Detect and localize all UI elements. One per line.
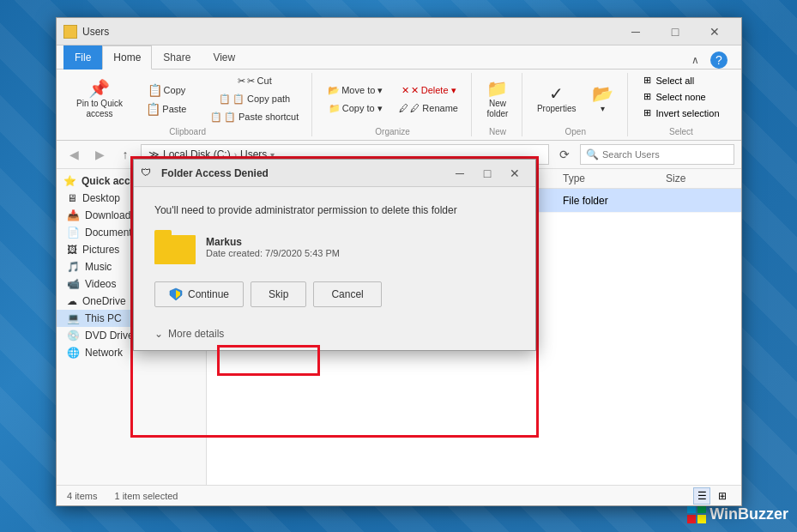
folder-tab (154, 230, 172, 239)
skip-button[interactable]: Skip (251, 281, 306, 307)
cancel-button[interactable]: Cancel (313, 281, 381, 307)
dialog-overlay: 🛡 Folder Access Denied ─ □ ✕ You'll need… (0, 0, 797, 532)
folder-access-denied-dialog: 🛡 Folder Access Denied ─ □ ✕ You'll need… (133, 159, 536, 351)
dialog-folder-date: Date created: 7/9/2020 5:43 PM (206, 248, 340, 258)
dialog-title-bar: 🛡 Folder Access Denied ─ □ ✕ (134, 160, 535, 187)
folder-body (154, 235, 196, 264)
uac-shield-icon (169, 287, 183, 301)
dialog-content: You'll need to provide administrator per… (134, 187, 535, 321)
dialog-buttons: Continue Skip Cancel (154, 281, 515, 307)
chevron-down-icon: ⌄ (154, 328, 163, 340)
dialog-file-details: Markus Date created: 7/9/2020 5:43 PM (206, 236, 340, 258)
dialog-close-button[interactable]: ✕ (501, 160, 528, 187)
dialog-folder-name: Markus (206, 236, 340, 248)
dialog-maximize-button[interactable]: □ (474, 160, 501, 187)
dialog-minimize-button[interactable]: ─ (446, 160, 474, 187)
more-details-button[interactable]: ⌄ More details (134, 321, 535, 350)
dialog-file-info: Markus Date created: 7/9/2020 5:43 PM (154, 230, 515, 264)
dialog-folder-visual (154, 230, 196, 264)
dialog-shield-icon: 🛡 (141, 166, 154, 180)
continue-button[interactable]: Continue (154, 281, 244, 307)
dialog-message: You'll need to provide administrator per… (154, 204, 515, 216)
dialog-title-text: Folder Access Denied (161, 167, 446, 179)
